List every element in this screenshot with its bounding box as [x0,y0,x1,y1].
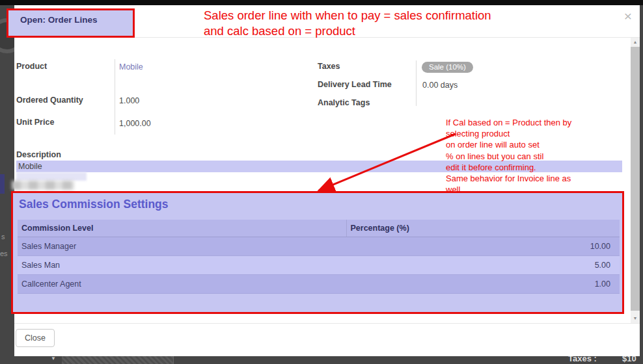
annotation-line: selecting product [446,128,631,139]
sales-commission-title: Sales Commission Settings [19,198,169,211]
percentage-header: Percentage (%) [346,220,620,237]
description-label: Description [16,150,61,159]
dropdown-arrow-icon: ▼ [51,356,56,361]
ordered-quantity-label: Ordered Quantity [16,96,83,105]
annotation-line: Sales order line with when to pay = sale… [204,8,607,23]
field-separator [115,59,115,135]
percentage-cell: 1.00 [346,275,620,294]
redacted-text [12,181,74,190]
unit-price-label: Unit Price [16,118,54,127]
commission-level-cell: Callcenter Agent [18,275,346,294]
commission-table: Commission Level Percentage (%) Sales Ma… [18,220,620,294]
top-black-bar [0,0,643,5]
scroll-down-icon[interactable]: ▼ [631,313,640,324]
annotation-line: well. [446,184,631,195]
commission-level-cell: Sales Man [18,256,346,275]
delivery-lead-time-label: Delivery Lead Time [318,80,392,89]
percentage-cell: 5.00 [346,256,620,275]
annotation-top-note: Sales order line with when to pay = sale… [204,8,607,39]
close-button[interactable]: Close [16,329,55,347]
commission-level-header: Commission Level [18,220,346,237]
annotation-line: on order line will auto set [446,139,631,150]
annotation-side-note: If Cal based on = Product then by select… [446,117,631,195]
annotation-line: edit it before confirming. [446,162,631,173]
screen: s es ▼ Taxes : $10 Product Mobile Ordere… [0,0,643,364]
table-row[interactable]: Sales Man 5.00 [18,256,620,275]
sales-commission-panel: Sales Commission Settings Commission Lev… [11,191,624,314]
taxes-label: Taxes [318,62,340,71]
commission-table-header: Commission Level Percentage (%) [18,220,620,237]
scrollbar-thumb[interactable] [631,47,640,311]
ordered-quantity-value: 1.000 [119,96,139,105]
close-icon[interactable]: × [620,8,636,24]
modal-title: Open: Order Lines [8,10,133,25]
background-purple-chip [0,174,5,194]
product-label: Product [16,62,47,71]
delivery-lead-time-value: 0.00 days [422,81,458,90]
analytic-tags-label: Analytic Tags [318,98,370,107]
description-value: Mobile [18,162,42,171]
field-separator [416,60,417,106]
tax-badge: Sale (10%) [422,62,473,73]
modal-footer: Close [14,323,640,356]
product-value-link[interactable]: Mobile [119,62,143,72]
table-row[interactable]: Sales Manager 10.00 [18,237,620,256]
commission-level-cell: Sales Manager [18,237,346,256]
annotation-line: Same behavior for Invoice line as [446,173,631,184]
annotation-line: and calc based on = product [204,23,607,39]
background-hatched-cell [62,356,174,364]
scroll-up-icon[interactable]: ▲ [631,38,640,47]
percentage-cell: 10.00 [346,237,620,256]
table-row[interactable]: Callcenter Agent 1.00 [18,275,620,294]
unit-price-value: 1,000.00 [119,119,151,128]
background-text-fragment: es [0,250,8,257]
annotation-arrow [312,129,461,195]
redacted-text [16,172,87,181]
annotation-line: % on lines but you can stil [446,151,631,162]
modal-title-highlight-box: Open: Order Lines [7,8,135,38]
background-text-fragment: s [1,233,5,240]
annotation-line: If Cal based on = Product then by [446,117,631,128]
